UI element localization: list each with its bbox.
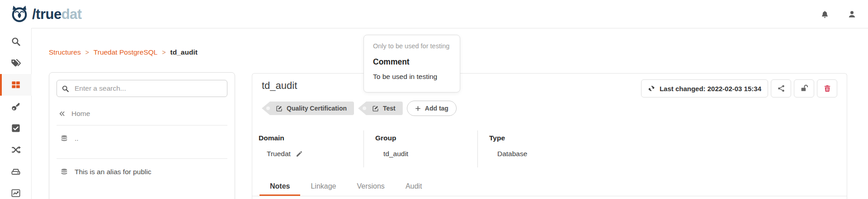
header-actions: Last changed: 2022-02-03 15:34 [641, 79, 837, 97]
tag-test[interactable]: Test [358, 102, 403, 115]
database-icon [60, 168, 68, 176]
chart-line-icon [11, 188, 21, 198]
tab-linkage[interactable]: Linkage [300, 178, 346, 196]
bell-icon[interactable] [821, 10, 829, 19]
sidebar-item-search[interactable] [0, 31, 32, 52]
field-label: Group [375, 134, 477, 142]
structure-browser-panel: Home .. This is an alias for public [49, 72, 235, 199]
tooltip-note: Only to be used for testing [373, 42, 454, 50]
search-icon [61, 85, 69, 93]
panel-search-box [57, 80, 227, 97]
breadcrumb: Structures > Truedat PostgreSQL > td_aud… [49, 48, 198, 56]
key-icon [11, 102, 21, 111]
topbar-actions [821, 0, 856, 28]
tab-notes[interactable]: Notes [259, 178, 300, 196]
trash-icon [823, 84, 831, 93]
sidebar-item-key[interactable] [0, 96, 32, 117]
field-group: Group td_audit [363, 130, 477, 167]
field-value: Database [497, 150, 527, 158]
hdd-icon [11, 167, 21, 176]
pencil-icon[interactable] [296, 150, 303, 157]
tags-icon [11, 58, 21, 68]
tag-quality-certification[interactable]: Quality Certification [262, 102, 354, 115]
sidebar-rail [0, 28, 32, 199]
unlock-icon [800, 84, 808, 93]
breadcrumb-current: td_audit [170, 48, 198, 56]
share-button[interactable] [771, 79, 791, 97]
logo-wordmark: /truedat [32, 7, 82, 21]
list-item-alias[interactable]: This is an alias for public [49, 159, 235, 185]
tab-audit[interactable]: Audit [395, 178, 432, 196]
page-title: td_audit [262, 80, 297, 92]
comment-tooltip: Only to be used for testing Comment To b… [363, 35, 460, 93]
sidebar-item-structures-grid[interactable] [0, 74, 32, 96]
check-square-icon [11, 123, 21, 133]
list-item-label: This is an alias for public [75, 168, 151, 176]
tag-list: Quality Certification Test Add tag [262, 101, 457, 116]
grid-icon [11, 80, 21, 90]
home-link[interactable]: Home [58, 110, 90, 118]
metadata-fields: Domain Truedat Group td_audit Type Datab… [252, 130, 847, 167]
owl-logo-icon [10, 5, 29, 23]
sidebar-item-check-square[interactable] [0, 117, 32, 139]
field-value: Truedat [267, 150, 291, 158]
tag-label: Quality Certification [287, 105, 347, 112]
breadcrumb-structures[interactable]: Structures [49, 48, 81, 56]
sidebar-item-shuffle[interactable] [0, 139, 32, 161]
plus-icon [415, 106, 421, 111]
last-changed-label: Last changed: 2022-02-03 15:34 [660, 85, 761, 93]
refresh-icon [648, 85, 655, 92]
field-domain: Domain Truedat [252, 130, 363, 167]
list-item-label: .. [75, 134, 79, 143]
truedat-app: /truedat [0, 0, 868, 199]
list-item-parent[interactable]: .. [49, 125, 235, 151]
field-value: td_audit [383, 150, 408, 158]
tooltip-body: To be used in testing [373, 73, 454, 81]
breadcrumb-system[interactable]: Truedat PostgreSQL [94, 48, 158, 56]
database-icon [60, 134, 68, 143]
add-tag-button[interactable]: Add tag [407, 101, 457, 116]
detail-tabs: Notes Linkage Versions Audit [252, 178, 847, 196]
breadcrumb-separator: > [162, 49, 165, 56]
home-label: Home [71, 110, 90, 118]
edit-square-icon [276, 105, 283, 112]
top-bar: /truedat [0, 0, 868, 28]
add-tag-label: Add tag [425, 105, 448, 112]
user-icon[interactable] [848, 10, 856, 19]
edit-square-icon [372, 105, 379, 112]
tooltip-title: Comment [373, 57, 454, 67]
chevron-double-left-icon [58, 110, 66, 117]
truedat-logo[interactable]: /truedat [10, 0, 82, 28]
share-icon [777, 84, 785, 93]
shuffle-icon [11, 145, 21, 155]
search-icon [11, 37, 21, 46]
field-label: Domain [259, 134, 363, 142]
last-changed-button[interactable]: Last changed: 2022-02-03 15:34 [641, 79, 768, 97]
delete-button[interactable] [817, 79, 837, 97]
field-label: Type [489, 134, 527, 142]
search-input[interactable] [74, 84, 222, 93]
sidebar-item-hdd[interactable] [0, 161, 32, 182]
field-type: Type Database [477, 130, 527, 167]
tag-label: Test [383, 105, 396, 112]
tab-versions[interactable]: Versions [347, 178, 395, 196]
unlock-button[interactable] [794, 79, 814, 97]
structure-detail-card: td_audit Last changed: 2022-02-03 15:34 … [252, 73, 847, 199]
breadcrumb-separator: > [85, 49, 89, 56]
sidebar-item-chart-line[interactable] [0, 182, 32, 199]
sidebar-item-tags[interactable] [0, 52, 32, 74]
